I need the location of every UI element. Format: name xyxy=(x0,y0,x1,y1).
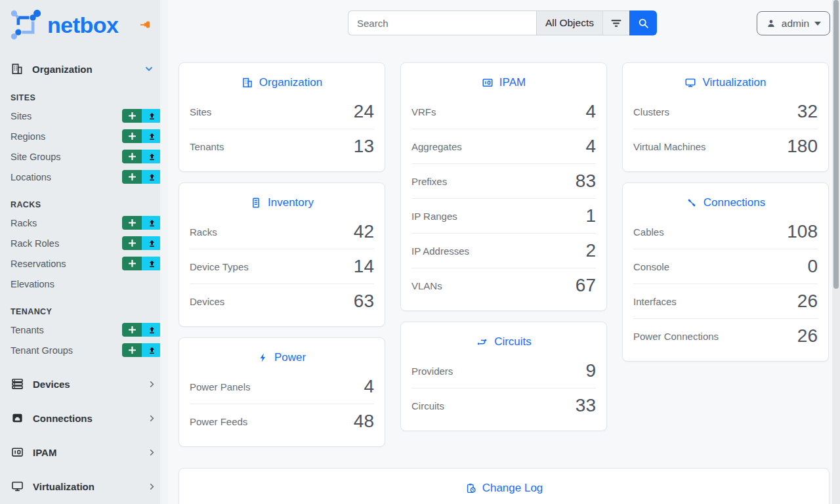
sidebar-link-regions[interactable]: Regions xyxy=(10,131,45,142)
stat-label[interactable]: Clusters xyxy=(633,106,669,117)
add-button[interactable] xyxy=(122,216,142,230)
add-button[interactable] xyxy=(122,109,142,123)
card-virtualization-title[interactable]: Virtualization xyxy=(623,63,828,94)
stat-value[interactable]: 67 xyxy=(576,274,596,297)
stat-label[interactable]: IP Addresses xyxy=(411,245,469,257)
pin-sidebar-icon[interactable] xyxy=(139,19,151,31)
stat-value[interactable]: 32 xyxy=(797,100,818,123)
sidebar-link-tenants[interactable]: Tenants xyxy=(10,325,44,335)
stat-label[interactable]: Racks xyxy=(190,226,217,238)
stat-label[interactable]: Power Connections xyxy=(633,331,719,342)
sidebar-item-virtualization[interactable]: Virtualization xyxy=(0,469,168,503)
card-power-title[interactable]: Power xyxy=(179,338,385,369)
sidebar-link-elevations[interactable]: Elevations xyxy=(10,279,54,289)
sidebar-item-elevations: Elevations xyxy=(0,274,168,294)
stat-label[interactable]: Providers xyxy=(411,366,453,377)
stat-value[interactable]: 9 xyxy=(585,360,596,382)
filter-button[interactable] xyxy=(602,10,629,35)
sidebar-link-site-groups[interactable]: Site Groups xyxy=(10,152,61,162)
search-button[interactable] xyxy=(629,10,657,35)
stat-value[interactable]: 26 xyxy=(797,290,818,312)
stat-value[interactable]: 1 xyxy=(585,205,596,227)
stat-label[interactable]: Power Panels xyxy=(190,381,251,392)
stat-value[interactable]: 4 xyxy=(585,135,596,158)
import-button[interactable] xyxy=(142,150,161,163)
stat-value[interactable]: 42 xyxy=(354,220,374,243)
stat-label[interactable]: Sites xyxy=(190,106,211,117)
sidebar-link-tenant-groups[interactable]: Tenant Groups xyxy=(10,345,73,356)
stat-value[interactable]: 24 xyxy=(354,100,374,123)
import-button[interactable] xyxy=(142,323,161,337)
import-button[interactable] xyxy=(142,257,161,270)
stat-value[interactable]: 33 xyxy=(576,394,596,417)
stat-label[interactable]: Circuits xyxy=(411,400,444,411)
search-input[interactable] xyxy=(348,10,536,35)
card-ipam-title[interactable]: IPAM xyxy=(401,63,606,94)
import-button[interactable] xyxy=(142,216,161,230)
stat-label[interactable]: Tenants xyxy=(190,141,224,152)
stat-label[interactable]: Console xyxy=(633,261,669,272)
sidebar-group-header-racks: RACKS xyxy=(10,200,158,209)
stat-value[interactable]: 63 xyxy=(354,290,374,312)
add-button[interactable] xyxy=(122,236,142,250)
import-button[interactable] xyxy=(142,109,161,123)
sidebar-link-reservations[interactable]: Reservations xyxy=(10,259,66,269)
stat-value[interactable]: 180 xyxy=(787,135,818,158)
import-button[interactable] xyxy=(142,129,161,143)
stat-label[interactable]: Virtual Machines xyxy=(633,141,706,152)
import-button[interactable] xyxy=(142,343,161,357)
sidebar-item-connections[interactable]: Connections xyxy=(0,401,168,435)
stat-label[interactable]: IP Ranges xyxy=(411,211,457,222)
monitor-icon xyxy=(10,480,24,493)
sidebar-link-sites[interactable]: Sites xyxy=(10,111,32,121)
stat-value[interactable]: 48 xyxy=(354,410,374,432)
sidebar-item-ipam[interactable]: IPAM xyxy=(0,435,168,469)
import-button[interactable] xyxy=(142,170,161,184)
stat-value[interactable]: 4 xyxy=(585,100,596,123)
stat-label[interactable]: Aggregates xyxy=(411,141,462,152)
card-changelog-title[interactable]: Change Log xyxy=(179,469,829,500)
card-organization-title[interactable]: Organization xyxy=(179,63,385,94)
stat-label[interactable]: VLANs xyxy=(411,280,442,291)
add-button[interactable] xyxy=(122,129,142,143)
ethernet-port-icon xyxy=(10,411,24,425)
stat-label[interactable]: Devices xyxy=(190,296,224,307)
netbox-wordmark[interactable]: netbox xyxy=(47,12,118,38)
stat-value[interactable]: 83 xyxy=(576,170,596,192)
stat-value[interactable]: 13 xyxy=(354,135,374,158)
stat-label[interactable]: VRFs xyxy=(411,106,436,117)
stat-value[interactable]: 26 xyxy=(797,325,818,347)
stat-label[interactable]: Power Feeds xyxy=(190,416,247,427)
sidebar-link-racks[interactable]: Racks xyxy=(10,218,37,228)
card-inventory-title[interactable]: Inventory xyxy=(179,183,385,215)
add-button[interactable] xyxy=(122,170,142,184)
add-button[interactable] xyxy=(122,150,142,163)
add-button[interactable] xyxy=(122,257,142,270)
sidebar-link-rack-roles[interactable]: Rack Roles xyxy=(10,238,59,249)
card-power: Power Power Panels 4 Power Feeds 48 xyxy=(178,337,385,447)
stat-value[interactable]: 2 xyxy=(585,240,596,262)
add-button[interactable] xyxy=(122,343,142,357)
chevron-down-icon xyxy=(144,64,154,74)
card-connections-title[interactable]: Connections xyxy=(623,183,828,215)
stat-value[interactable]: 14 xyxy=(354,255,374,278)
sidebar-item-organization[interactable]: Organization xyxy=(0,58,168,80)
stat-value[interactable]: 0 xyxy=(807,255,818,278)
import-button[interactable] xyxy=(142,236,161,250)
caret-down-icon xyxy=(814,22,821,26)
stat-value[interactable]: 108 xyxy=(787,220,818,243)
user-menu-button[interactable]: admin xyxy=(757,11,830,35)
stat-label[interactable]: Prefixes xyxy=(411,176,447,187)
stat-label[interactable]: Device Types xyxy=(190,261,249,272)
sidebar-link-locations[interactable]: Locations xyxy=(10,172,51,182)
search-scope-select[interactable]: All Objects xyxy=(536,10,602,35)
add-button[interactable] xyxy=(122,323,142,337)
netbox-logo-icon[interactable] xyxy=(9,9,42,41)
card-circuits-title[interactable]: Circuits xyxy=(401,322,606,354)
scrollbar-thumb[interactable] xyxy=(833,0,839,289)
page-scrollbar[interactable] xyxy=(832,0,840,504)
stat-label[interactable]: Interfaces xyxy=(633,296,677,307)
stat-value[interactable]: 4 xyxy=(364,375,374,398)
stat-label[interactable]: Cables xyxy=(633,226,664,238)
sidebar-item-devices[interactable]: Devices xyxy=(0,367,168,401)
